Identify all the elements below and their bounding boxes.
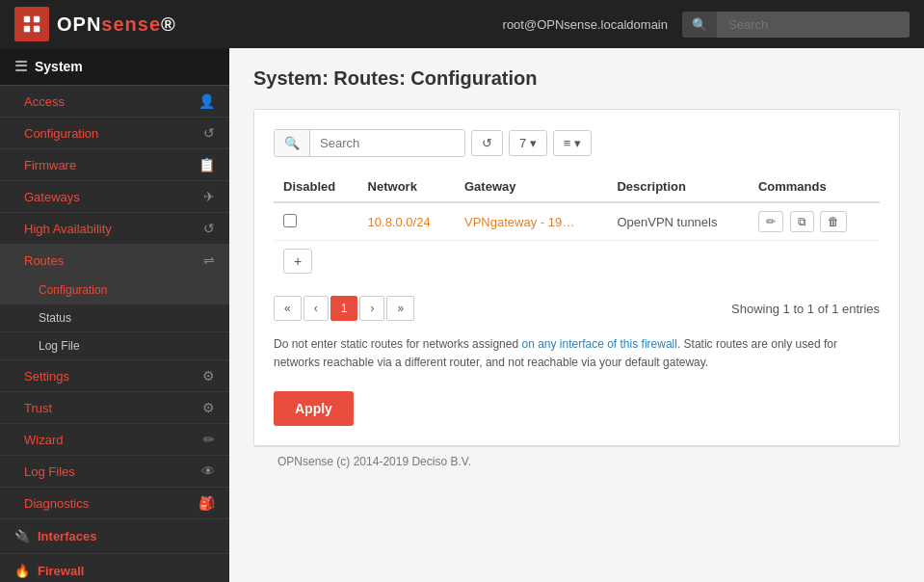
navbar-user: root@OPNsense.localdomain [503, 17, 668, 32]
sidebar-item-diagnostics-label: Diagnostics [24, 496, 89, 511]
system-icon: ☰ [14, 58, 27, 75]
note-before: Do not enter static routes for networks … [274, 337, 521, 351]
page-last-button[interactable]: » [386, 296, 414, 321]
navbar-search-input[interactable] [717, 12, 910, 38]
sidebar-sub-logfile-label: Log File [39, 339, 80, 353]
refresh-button[interactable]: ↺ [471, 130, 503, 156]
layout: ☰ System Access 👤 Configuration ↺ Firmwa… [0, 48, 924, 582]
sidebar-item-trust[interactable]: Trust ⚙ [0, 392, 229, 424]
pagination: « ‹ 1 › » Showing 1 to 1 of 1 entries [274, 296, 880, 321]
routes-table: Disabled Network Gateway Description Com… [274, 172, 880, 241]
page-current-button[interactable]: 1 [330, 296, 358, 321]
page-prev-button[interactable]: ‹ [304, 296, 329, 321]
footer: OPNsense (c) 2014-2019 Deciso B.V. [253, 446, 900, 476]
delete-button[interactable]: 🗑 [820, 211, 847, 232]
firmware-icon: 📋 [198, 157, 215, 172]
ha-icon: ↺ [203, 221, 215, 236]
rows-button[interactable]: 7 ▾ [509, 130, 547, 156]
wizard-icon: ✏ [203, 432, 215, 447]
sidebar-item-settings-label: Settings [24, 369, 69, 384]
disabled-checkbox[interactable] [283, 214, 297, 227]
sidebar-item-access-label: Access [24, 94, 65, 109]
firewall-icon: 🔥 [14, 564, 30, 578]
sidebar-firewall-label: Firewall [38, 564, 84, 578]
pagination-info: Showing 1 to 1 of 1 entries [731, 302, 880, 316]
sidebar-item-diagnostics[interactable]: Diagnostics 🎒 [0, 488, 229, 519]
sidebar-item-logfiles[interactable]: Log Files 👁 [0, 456, 229, 488]
footer-text: OPNsense (c) 2014-2019 Deciso B.V. [277, 455, 471, 468]
table-search-button[interactable]: 🔍 [275, 130, 310, 156]
main-content: System: Routes: Configuration 🔍 ↺ 7 ▾ ≡ … [229, 48, 924, 582]
cell-commands: ✏ ⧉ 🗑 [749, 202, 880, 241]
gateways-icon: ✈ [203, 189, 215, 204]
col-description: Description [607, 172, 748, 202]
sidebar-item-wizard-label: Wizard [24, 433, 63, 447]
trust-icon: ⚙ [202, 400, 215, 415]
table-search-input[interactable] [310, 130, 464, 156]
edit-button[interactable]: ✏ [758, 211, 783, 232]
svg-rect-0 [24, 16, 30, 22]
sidebar-item-logfiles-label: Log Files [24, 464, 75, 479]
svg-rect-1 [34, 16, 40, 22]
add-route-button[interactable]: + [283, 249, 312, 274]
col-network: Network [358, 172, 455, 202]
navbar-search-button[interactable]: 🔍 [682, 12, 717, 38]
settings-icon: ⚙ [202, 368, 215, 384]
brand-text: OPNsense® [57, 13, 176, 36]
interfaces-icon: 🔌 [14, 529, 30, 543]
sidebar-item-gateways-label: Gateways [24, 190, 80, 204]
navbar: OPNsense® root@OPNsense.localdomain 🔍 [0, 0, 924, 48]
sidebar-interfaces-label: Interfaces [38, 529, 96, 543]
access-icon: 👤 [198, 93, 215, 109]
page-buttons: « ‹ 1 › » [274, 296, 414, 321]
navbar-search: 🔍 [682, 12, 910, 38]
sidebar-item-firmware-label: Firmware [24, 158, 76, 172]
sidebar-item-configuration-label: Configuration [24, 126, 98, 141]
sidebar-item-trust-label: Trust [24, 401, 52, 415]
table-row: 10.8.0.0/24 VPNgateway - 19… OpenVPN tun… [274, 202, 880, 241]
svg-rect-3 [34, 26, 40, 32]
sidebar-sub-item-configuration[interactable]: Configuration [0, 277, 229, 304]
sidebar-sub-item-logfile[interactable]: Log File [0, 332, 229, 360]
copy-button[interactable]: ⧉ [790, 211, 814, 232]
col-disabled: Disabled [274, 172, 358, 202]
diagnostics-icon: 🎒 [198, 495, 215, 511]
page-first-button[interactable]: « [274, 296, 302, 321]
logo-box [14, 7, 49, 41]
sidebar-sub-configuration-label: Configuration [39, 283, 107, 297]
cell-gateway: VPNgateway - 19… [455, 202, 607, 241]
table-toolbar: 🔍 ↺ 7 ▾ ≡ ▾ [274, 129, 880, 157]
sidebar-item-routes[interactable]: Routes ⇌ [0, 245, 229, 277]
add-btn-row: + [274, 241, 880, 281]
sidebar-sub-status-label: Status [39, 311, 71, 325]
sidebar-item-settings[interactable]: Settings ⚙ [0, 360, 229, 392]
content-panel: 🔍 ↺ 7 ▾ ≡ ▾ Disabled Network Gateway Des… [253, 109, 900, 446]
sidebar-item-interfaces[interactable]: 🔌 Interfaces [0, 519, 229, 554]
logo-icon [21, 13, 42, 35]
columns-button[interactable]: ≡ ▾ [553, 130, 592, 156]
col-commands: Commands [749, 172, 880, 202]
logfiles-icon: 👁 [201, 463, 215, 479]
sidebar-item-routes-label: Routes [24, 253, 64, 268]
cell-description: OpenVPN tunnels [607, 202, 748, 241]
col-gateway: Gateway [455, 172, 607, 202]
cell-disabled [274, 202, 358, 241]
sidebar-item-gateways[interactable]: Gateways ✈ [0, 181, 229, 213]
sidebar-sub-item-status[interactable]: Status [0, 304, 229, 332]
search-wrapper: 🔍 [274, 129, 465, 157]
sidebar: ☰ System Access 👤 Configuration ↺ Firmwa… [0, 48, 229, 582]
page-next-button[interactable]: › [359, 296, 384, 321]
sidebar-item-access[interactable]: Access 👤 [0, 86, 229, 118]
routes-icon: ⇌ [203, 252, 215, 268]
sidebar-section-label: System [35, 59, 83, 74]
apply-button[interactable]: Apply [274, 391, 354, 426]
page-title: System: Routes: Configuration [253, 67, 900, 90]
svg-rect-2 [24, 26, 30, 32]
sidebar-section-system[interactable]: ☰ System [0, 48, 229, 86]
sidebar-item-firewall[interactable]: 🔥 Firewall [0, 554, 229, 582]
sidebar-item-configuration[interactable]: Configuration ↺ [0, 118, 229, 149]
sidebar-item-high-availability[interactable]: High Availability ↺ [0, 213, 229, 245]
sidebar-item-firmware[interactable]: Firmware 📋 [0, 149, 229, 181]
sidebar-item-wizard[interactable]: Wizard ✏ [0, 424, 229, 456]
cell-network: 10.8.0.0/24 [358, 202, 455, 241]
